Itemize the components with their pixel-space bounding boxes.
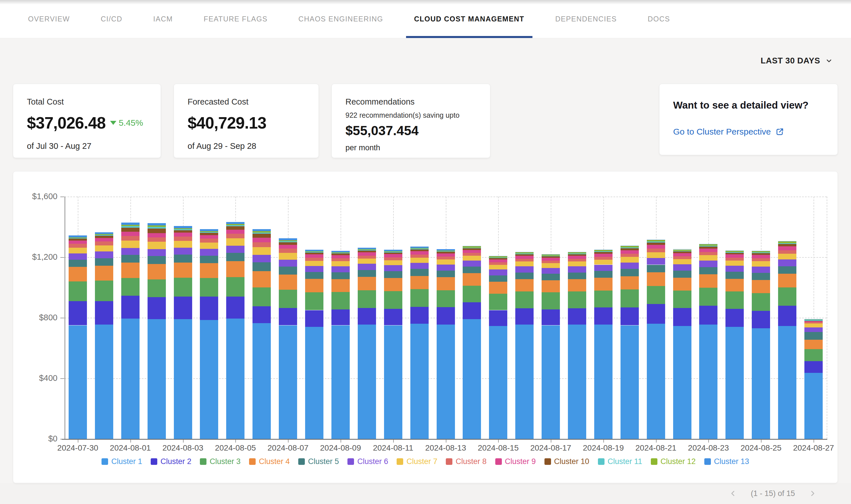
bar-segment-cluster-4[interactable] [699,274,717,288]
bar-segment-cluster-13[interactable] [147,223,166,226]
bar-segment-cluster-7[interactable] [147,242,166,249]
bar-segment-cluster-9[interactable] [253,238,271,242]
legend-item-cluster-6[interactable]: Cluster 6 [347,457,388,466]
bar-segment-cluster-6[interactable] [647,258,665,265]
bar-segment-cluster-8[interactable] [331,258,350,261]
bar-segment-cluster-2[interactable] [358,308,376,325]
bar-segment-cluster-13[interactable] [121,222,140,225]
bar-segment-cluster-9[interactable] [437,253,455,256]
bar-segment-cluster-6[interactable] [305,266,324,272]
bar-segment-cluster-4[interactable] [200,263,218,278]
bar-segment-cluster-7[interactable] [253,247,271,255]
bar-segment-cluster-3[interactable] [358,290,376,308]
bar-segment-cluster-8[interactable] [410,255,429,258]
bar-segment-cluster-9[interactable] [515,256,534,259]
chevron-right-icon[interactable] [808,489,817,498]
bar-segment-cluster-9[interactable] [174,233,192,237]
bar-segment-cluster-2[interactable] [647,304,665,324]
legend-item-cluster-9[interactable]: Cluster 9 [495,457,536,466]
bar-segment-cluster-12[interactable] [358,249,376,250]
bar-segment-cluster-9[interactable] [699,249,717,252]
bar-segment-cluster-3[interactable] [699,288,717,306]
bar-segment-cluster-11[interactable] [305,252,324,253]
bar-segment-cluster-2[interactable] [463,302,481,319]
bar-segment-cluster-10[interactable] [253,234,271,238]
bar-segment-cluster-5[interactable] [200,256,218,264]
bar-segment-cluster-11[interactable] [253,233,271,234]
bar-segment-cluster-9[interactable] [410,251,429,255]
bar-segment-cluster-2[interactable] [778,306,796,326]
bar-segment-cluster-11[interactable] [752,252,770,253]
bar-segment-cluster-6[interactable] [384,265,402,271]
bar-segment-cluster-5[interactable] [673,271,691,277]
bar-segment-cluster-1[interactable] [621,325,639,439]
bar-segment-cluster-13[interactable] [463,246,481,246]
tab-chaos-engineering[interactable]: CHAOS ENGINEERING [291,0,391,38]
bar-segment-cluster-9[interactable] [279,245,297,249]
bar-segment-cluster-13[interactable] [331,251,350,252]
bar-segment-cluster-6[interactable] [279,260,297,267]
bar-segment-cluster-6[interactable] [226,246,244,253]
bar-segment-cluster-11[interactable] [542,256,560,256]
bar-segment-cluster-8[interactable] [804,322,823,323]
bar-segment-cluster-10[interactable] [515,254,534,256]
bar-segment-cluster-13[interactable] [489,256,507,256]
bar-segment-cluster-1[interactable] [305,327,324,439]
bar-segment-cluster-10[interactable] [463,248,481,250]
bar-segment-cluster-11[interactable] [778,243,796,244]
bar-segment-cluster-11[interactable] [410,249,429,249]
bar-segment-cluster-6[interactable] [410,263,429,269]
bar-segment-cluster-8[interactable] [384,257,402,260]
bar-segment-cluster-6[interactable] [69,253,87,260]
bar-segment-cluster-9[interactable] [726,254,744,257]
bar-segment-cluster-11[interactable] [621,248,639,248]
bar-segment-cluster-1[interactable] [95,325,113,439]
bar-segment-cluster-7[interactable] [200,242,218,249]
bar-segment-cluster-7[interactable] [778,254,796,259]
bar-segment-cluster-7[interactable] [384,260,402,265]
bar-segment-cluster-6[interactable] [489,269,507,275]
bar-segment-cluster-7[interactable] [69,248,87,253]
bar-segment-cluster-3[interactable] [226,277,244,296]
bar-segment-cluster-12[interactable] [95,234,113,235]
bar-segment-cluster-11[interactable] [673,251,691,252]
bar-segment-cluster-13[interactable] [594,250,612,250]
bar-segment-cluster-1[interactable] [147,319,166,439]
bar-segment-cluster-12[interactable] [121,225,140,226]
bar-segment-cluster-5[interactable] [804,332,823,340]
bar-segment-cluster-7[interactable] [437,259,455,264]
bar-segment-cluster-8[interactable] [147,237,166,242]
bar-segment-cluster-9[interactable] [69,240,87,244]
bar-segment-cluster-4[interactable] [174,263,192,278]
bar-segment-cluster-12[interactable] [384,251,402,252]
bar-segment-cluster-12[interactable] [279,240,297,241]
bar-segment-cluster-5[interactable] [778,266,796,274]
bar-segment-cluster-13[interactable] [69,235,87,237]
bar-segment-cluster-12[interactable] [699,244,717,246]
chevron-left-icon[interactable] [729,489,737,498]
bar-segment-cluster-13[interactable] [778,241,796,242]
bar-segment-cluster-6[interactable] [95,251,113,258]
bar-segment-cluster-7[interactable] [463,256,481,260]
bar-segment-cluster-1[interactable] [200,320,218,439]
bar-segment-cluster-4[interactable] [726,279,744,292]
bar-segment-cluster-2[interactable] [410,307,429,324]
bar-segment-cluster-10[interactable] [752,253,770,255]
bar-segment-cluster-4[interactable] [489,282,507,294]
bar-segment-cluster-5[interactable] [647,265,665,273]
bar-segment-cluster-4[interactable] [121,263,140,278]
bar-segment-cluster-12[interactable] [69,237,87,238]
bar-segment-cluster-8[interactable] [253,242,271,247]
bar-segment-cluster-13[interactable] [515,252,534,252]
bar-segment-cluster-8[interactable] [542,260,560,263]
bar-segment-cluster-10[interactable] [121,228,140,232]
bar-segment-cluster-9[interactable] [778,246,796,250]
bar-segment-cluster-11[interactable] [594,251,612,252]
bar-segment-cluster-9[interactable] [594,254,612,257]
bar-segment-cluster-10[interactable] [384,253,402,254]
bar-segment-cluster-3[interactable] [621,289,639,307]
bar-segment-cluster-3[interactable] [437,290,455,307]
legend-item-cluster-4[interactable]: Cluster 4 [249,457,290,466]
bar-segment-cluster-2[interactable] [174,296,192,320]
bar-segment-cluster-5[interactable] [384,271,402,278]
